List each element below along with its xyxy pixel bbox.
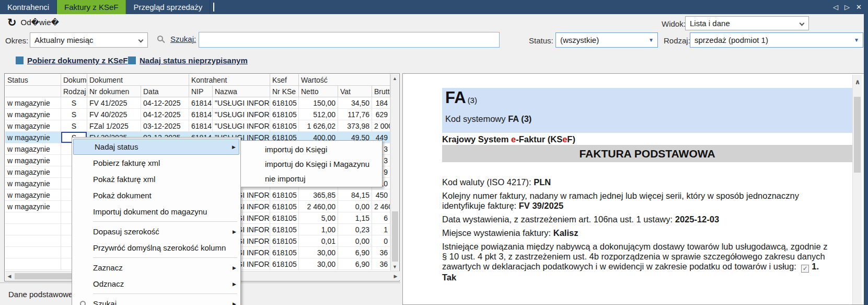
nav-forward-icon[interactable]: ▷ [844,3,850,11]
table-vertical-scrollbar[interactable]: ▲ ▼ [390,74,399,271]
column-header-cell[interactable]: Nr KSe [270,86,299,97]
menu-item-importuj-dokument-do-magazynu[interactable]: Importuj dokument do magazynu [72,204,240,220]
detail-title-code: FA [445,88,466,107]
group-header-cell[interactable]: Wartość [299,74,390,86]
nav-back-icon[interactable]: ◁ [833,3,838,11]
table-row[interactable]: w magazynieSFV 40/202504-12-202561814"US… [5,109,390,120]
cell: w magazynie [5,132,61,143]
tab-dane-podstawowe[interactable]: Dane podstawowe [8,290,73,299]
cell: 04-12-2025 [141,97,189,109]
group-header-cell[interactable]: Ksef [270,74,299,86]
pobierz-dokumenty-link[interactable]: Pobierz dokumenty z KSeF [27,56,128,65]
widok-value: Lista i dane [690,19,730,28]
cell: 618105 [270,224,299,235]
menu-item-zaznacz[interactable]: Zaznacz▶ [72,259,240,276]
cell: 2 460,00 [299,201,338,212]
widok-select[interactable]: Lista i dane [685,16,809,30]
detail-field-value: FV 39/2025 [519,201,563,210]
menu-item-label: Importuj dokument do magazynu [93,207,207,216]
detail-field: Kolejny numer faktury, nadany w ramach j… [442,191,830,211]
blue-square-icon [128,57,136,64]
table-row[interactable]: w magazynieSFZal 1/202503-12-202561814"U… [5,120,390,132]
close-icon[interactable]: ✕ [856,3,862,11]
invoice-type-banner: FAKTURA PODSTAWOWA [442,145,852,162]
column-header-cell[interactable] [5,86,61,97]
table-row[interactable]: w magazynieSFV 41/202504-12-202561814"US… [5,97,390,109]
cell: FV 40/2025 [87,109,141,120]
menu-item-pobierz-fakture-xml[interactable]: Pobierz fakturę xml [72,155,240,171]
submenu-item-nie-importuj[interactable]: nie importuj [241,171,382,186]
cell: FV 41/2025 [87,97,141,109]
vertical-scrollbar-thumb[interactable] [392,211,398,262]
group-header-cell[interactable]: Kontrahent [189,74,270,86]
submenu-item-importuj-do-ksiegi[interactable]: importuj do Księgi [241,142,382,156]
scroll-up-icon[interactable]: ▲ [391,74,399,83]
cell: 36 [372,247,390,258]
scroll-left-icon[interactable]: ◀ [5,272,14,280]
refresh-button[interactable]: ↻ Od�wie� [7,17,59,28]
cell: w magazynie [5,178,61,189]
status-select[interactable]: (wszystkie) ▼ [555,32,658,48]
cell: 618105 [270,189,299,201]
menu-item-pokaz-fakture-xml[interactable]: Pokaż fakturę xml [72,171,240,187]
menu-item-nadaj-status[interactable]: Nadaj status▶ [73,139,239,155]
nadaj-status-link[interactable]: Nadaj status nieprzypisanym [140,56,248,65]
cell: 03-12-2025 [141,120,189,132]
group-header-cell[interactable]: Dokument [87,74,189,86]
group-header-cell[interactable]: Dokument [61,74,87,86]
context-menu: Nadaj status▶Pobierz fakturę xmlPokaż fa… [72,137,241,305]
column-header-cell[interactable]: Brutto [372,86,390,97]
detail-scrollbar-thumb[interactable] [854,97,861,173]
system-line-text: -Faktur (KS [516,134,562,144]
cell: 34,50 [338,97,372,109]
group-header-cell[interactable]: Status [5,74,61,86]
szukaj-link[interactable]: Szukaj: [170,35,196,43]
cell: 61814 [189,97,213,109]
menu-item-label: Przywróć domyślną szerokość kolumn [93,243,226,252]
tab-kontrahenci[interactable]: Kontrahenci [0,0,57,14]
pobierz-dokumenty-action[interactable]: Pobierz dokumenty z KSeF [16,56,128,65]
column-header-cell[interactable]: Vat [338,86,372,97]
okres-select[interactable]: Aktualny miesiąc [30,32,148,48]
column-header-cell[interactable]: Nazwa [213,86,270,97]
rodzaj-select[interactable]: sprzedaż (podmiot 1) ▼ [690,32,863,48]
invoice-detail-panel: FA(3) Kod systemowy FA (3) Krajowy Syste… [402,73,865,305]
cell: 2 460 [372,201,390,212]
cell: 0,00 [338,235,372,247]
column-header-cell[interactable]: Rodzaj [61,86,87,97]
cell: w magazynie [5,201,61,212]
cell: 61814 [189,109,213,120]
detail-scrollbar[interactable]: ∧ [852,75,862,304]
cell: 618105 [270,212,299,224]
column-header-cell[interactable]: Nr dokumen [87,86,141,97]
column-header-cell[interactable]: Netto [299,86,338,97]
window-edge [864,0,868,305]
menu-item-label: nie importuj [265,174,306,183]
scroll-right-icon[interactable]: ▶ [391,272,400,280]
cell: 0 [372,235,390,247]
tab-faktury-z-ksef[interactable]: Faktury z KSeF [57,0,126,14]
menu-item-przywroc-domyslna-szerokosc-kolumn[interactable]: Przywróć domyślną szerokość kolumn [72,240,240,256]
scroll-down-icon[interactable]: ▼ [391,263,399,271]
menu-item-odznacz[interactable]: Odznacz▶ [72,276,240,292]
cell: 1,00 [299,224,338,235]
cell: 0,23 [338,224,372,235]
cell: 618105 [270,247,299,258]
tab-przeglad-sprzedazy[interactable]: Przegląd sprzedaży [126,0,210,14]
detail-field: Kod waluty (ISO 4217): PLN [442,177,830,187]
cell: 2 000 [372,120,390,132]
column-header-cell[interactable]: NIP [189,86,213,97]
submenu-item-importuj-do-ksiegi-i-magazynu[interactable]: importuj do Księgi i Magazynu [241,156,382,171]
menu-item-szukaj[interactable]: Szukaj▶ [72,296,240,305]
scroll-up-icon[interactable]: ∧ [853,78,862,86]
menu-item-label: Dopasuj szerokość [93,227,159,236]
column-header-cell[interactable]: Data [141,86,189,97]
cell: 150,00 [299,97,338,109]
cell: S [61,109,87,120]
menu-item-dopasuj-szerokosc[interactable]: Dopasuj szerokość▶ [72,223,240,240]
cell: 117,76 [338,109,372,120]
search-input[interactable] [199,32,500,48]
menu-item-pokaz-dokument[interactable]: Pokaż dokument [72,187,240,204]
nadaj-status-action[interactable]: Nadaj status nieprzypisanym [128,56,248,65]
menu-separator [93,293,237,294]
